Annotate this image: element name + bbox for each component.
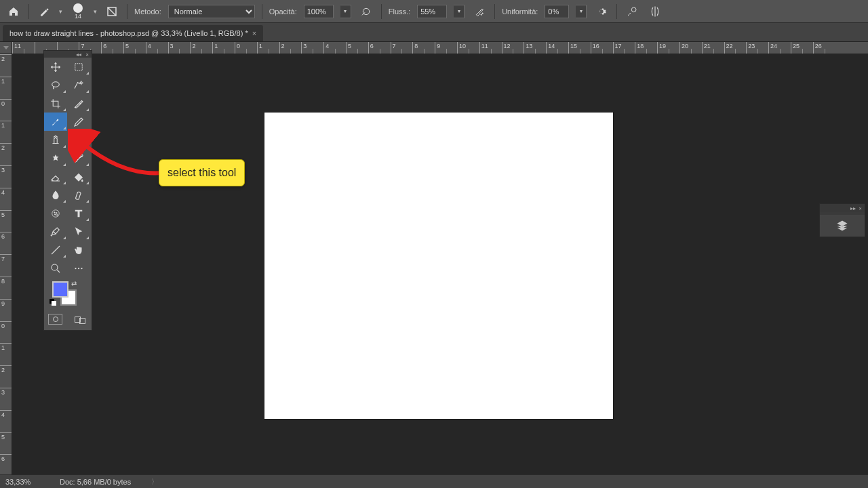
chevron-down-icon[interactable]: ▾: [454, 5, 465, 18]
ruler-tick: 2: [279, 42, 302, 54]
quick-mask-icon[interactable]: [48, 314, 62, 325]
brush-panel-icon[interactable]: [104, 3, 120, 20]
svg-point-4: [632, 7, 637, 12]
eyedropper-tool[interactable]: [67, 94, 90, 113]
chevron-right-icon[interactable]: 〉: [151, 477, 158, 487]
opacita-input[interactable]: 100%: [304, 5, 334, 18]
lasso-tool[interactable]: [44, 76, 67, 94]
svg-point-13: [57, 214, 58, 216]
status-bar: 33,33% Doc: 5,66 MB/0 bytes 〉: [0, 474, 868, 488]
airbrush-icon[interactable]: [471, 3, 488, 20]
marquee-tool[interactable]: [67, 58, 90, 76]
zoom-tool[interactable]: [44, 259, 67, 277]
ruler-tick: 0: [235, 42, 257, 54]
ruler-tick: 5: [346, 42, 368, 54]
svg-point-6: [52, 81, 60, 87]
ruler-tick: 6: [0, 454, 12, 474]
metodo-label: Metodo:: [134, 7, 161, 16]
ruler-tick: 0: [0, 99, 12, 121]
quick-selection-tool[interactable]: [67, 76, 90, 94]
eraser-tool[interactable]: [44, 167, 67, 186]
edit-mode-row: [44, 311, 92, 330]
ruler-tick: 11: [12, 42, 35, 54]
home-icon[interactable]: [5, 3, 22, 20]
svg-point-12: [55, 214, 56, 215]
metodo-select[interactable]: Normale: [168, 5, 255, 18]
brush-preview[interactable]: 14: [69, 3, 87, 20]
dodge-tool[interactable]: [67, 186, 90, 204]
collapsed-layers-panel[interactable]: ▸▸ ×: [819, 203, 865, 237]
pen-tool[interactable]: [44, 222, 67, 241]
close-icon[interactable]: ×: [252, 29, 256, 37]
flusso-input[interactable]: 55%: [417, 5, 447, 18]
close-icon[interactable]: ×: [85, 52, 89, 58]
ruler-tick: 12: [502, 42, 524, 54]
clone-stamp-tool[interactable]: [44, 131, 67, 149]
svg-point-10: [54, 211, 56, 213]
ruler-tick: 0: [0, 321, 12, 344]
move-tool[interactable]: [44, 58, 67, 76]
ruler-tick: 2: [0, 365, 12, 388]
healing-brush-tool[interactable]: [44, 149, 67, 167]
canvas-area[interactable]: [12, 54, 868, 474]
ruler-tick: 18: [635, 42, 657, 54]
ruler-tick: 1: [0, 343, 12, 365]
uniformita-input[interactable]: 0%: [545, 5, 569, 18]
swap-colors-icon[interactable]: ⇄: [71, 280, 77, 287]
symmetry-icon[interactable]: [647, 3, 663, 20]
tools-panel-header[interactable]: ◂◂ ×: [44, 51, 92, 58]
close-icon[interactable]: ×: [859, 205, 862, 211]
tool-preset-icon[interactable]: [36, 3, 52, 20]
brush-size-label: 14: [75, 13, 81, 20]
svg-point-2: [482, 13, 483, 14]
chevron-down-icon[interactable]: ▾: [59, 8, 62, 15]
ruler-tick: 13: [524, 42, 546, 54]
document-tab-title: how to draw straight lines - photoshop.p…: [9, 29, 248, 37]
ruler-tick: 24: [768, 42, 791, 54]
horizontal-ruler[interactable]: 1176543210123456789101112131415161718192…: [12, 42, 868, 54]
layers-icon[interactable]: [835, 219, 849, 232]
expand-icon[interactable]: ▸▸: [850, 205, 856, 211]
path-selection-tool[interactable]: [67, 222, 90, 241]
document-tab[interactable]: how to draw straight lines - photoshop.p…: [3, 25, 263, 41]
screen-mode-icon[interactable]: [72, 314, 87, 325]
ruler-tick: 22: [724, 42, 747, 54]
mini-panel-header[interactable]: ▸▸ ×: [820, 204, 865, 212]
flusso-label: Fluss.:: [389, 7, 410, 16]
default-colors-icon[interactable]: [50, 299, 56, 306]
gear-icon[interactable]: [593, 3, 610, 20]
ruler-tick: 3: [168, 42, 191, 54]
uniformita-label: Uniformità:: [502, 7, 538, 16]
ruler-origin[interactable]: [0, 42, 12, 54]
ruler-tick: 9: [0, 299, 12, 321]
ruler-tick: 11: [479, 42, 502, 54]
ruler-tick: 6: [101, 42, 123, 54]
hand-tool[interactable]: [67, 241, 90, 259]
type-tool[interactable]: [67, 204, 90, 222]
ruler-tick: 4: [323, 42, 346, 54]
color-swatch-area: ⇄: [44, 277, 92, 311]
chevron-down-icon[interactable]: ▾: [94, 8, 97, 15]
blur-tool[interactable]: [44, 186, 67, 204]
chevron-down-icon[interactable]: ▾: [340, 5, 351, 18]
document-tab-bar: how to draw straight lines - photoshop.p…: [0, 23, 868, 42]
line-tool[interactable]: [44, 241, 67, 259]
vertical-ruler[interactable]: 2101234567890123456: [0, 54, 12, 474]
crop-tool[interactable]: [44, 94, 67, 113]
sponge-tool[interactable]: [44, 204, 67, 222]
pencil-tool[interactable]: [67, 113, 90, 131]
ruler-tick: 4: [0, 410, 12, 432]
pressure-opacity-icon[interactable]: [358, 3, 374, 20]
zoom-level[interactable]: 33,33%: [5, 478, 39, 486]
brush-tool[interactable]: [44, 113, 67, 131]
annotation-text: select this tool: [167, 167, 236, 178]
chevron-down-icon[interactable]: ▾: [576, 5, 587, 18]
document-canvas[interactable]: [264, 113, 613, 419]
ruler-tick: 8: [0, 277, 12, 299]
svg-point-15: [75, 267, 76, 268]
svg-point-16: [78, 267, 79, 268]
pressure-size-icon[interactable]: [624, 3, 640, 20]
foreground-color[interactable]: [52, 281, 68, 298]
ruler-tick: 4: [0, 188, 12, 210]
more-tool[interactable]: [67, 259, 90, 277]
